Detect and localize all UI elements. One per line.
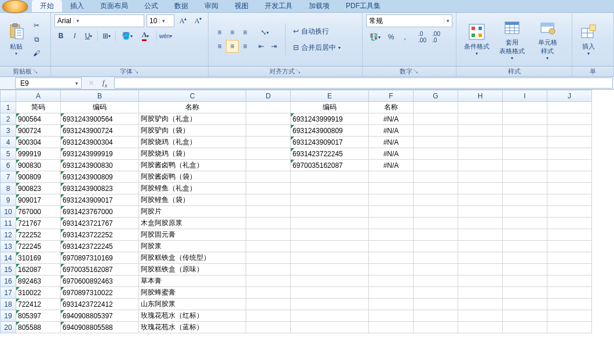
row-header[interactable]: 10 [1,206,16,218]
row-header[interactable]: 16 [1,275,16,287]
cell[interactable]: 6931243900823 [61,183,139,194]
tab-pdf[interactable]: PDF工具集 [338,0,389,12]
align-right-button[interactable]: ≡ [239,40,251,53]
cell[interactable] [458,310,503,322]
cell[interactable] [503,137,547,148]
select-all-corner[interactable] [1,90,16,102]
align-left-button[interactable]: ≡ [213,40,226,53]
cell[interactable] [246,229,291,241]
tab-data[interactable]: 数据 [166,0,196,12]
row-header[interactable]: 4 [1,137,16,148]
cell[interactable]: 6931423722412 [61,299,139,310]
cell[interactable]: 阿胶鲤鱼（礼盒） [139,183,246,194]
cell[interactable] [369,194,414,206]
cell[interactable] [503,171,547,183]
cell[interactable]: 6931243999919 [291,113,369,125]
cell[interactable] [547,171,592,183]
cell[interactable]: #N/A [369,125,414,137]
row-header[interactable]: 2 [1,113,16,125]
cell[interactable] [291,171,369,183]
tab-developer[interactable]: 开发工具 [257,0,301,12]
clipboard-launcher[interactable]: ↘ [32,68,38,75]
cell[interactable] [458,218,503,229]
cut-button[interactable]: ✂ [30,19,43,32]
fx-button[interactable]: fx [98,78,112,89]
cell[interactable] [414,206,458,218]
row-header[interactable]: 8 [1,183,16,194]
cell[interactable] [458,206,503,218]
cell[interactable] [246,194,291,206]
cell[interactable]: 阿胶烧鸡（袋） [139,148,246,160]
tab-addins[interactable]: 加载项 [301,0,338,12]
col-header-G[interactable]: G [414,90,458,102]
cell[interactable] [458,160,503,171]
cell[interactable]: 6931423722252 [61,229,139,241]
office-button[interactable] [2,0,28,13]
align-middle-button[interactable]: ≡ [226,26,239,39]
row-header[interactable]: 7 [1,171,16,183]
cell[interactable] [547,113,592,125]
cell[interactable] [503,264,547,275]
cell[interactable] [246,241,291,252]
cell[interactable]: 阿胶酱卤鸭（袋） [139,171,246,183]
cell[interactable]: 310169 [16,252,61,264]
cell[interactable] [369,310,414,322]
cell[interactable] [503,206,547,218]
cell[interactable] [246,160,291,171]
tab-insert[interactable]: 插入 [62,0,92,12]
tab-home[interactable]: 开始 [32,0,62,12]
indent-decrease-button[interactable]: ⇤ [255,40,268,53]
cell[interactable] [291,229,369,241]
cell[interactable]: 玫瑰花苞水（红标） [139,310,246,322]
cell[interactable] [414,183,458,194]
cell[interactable] [246,171,291,183]
indent-increase-button[interactable]: ⇥ [268,40,280,53]
cell[interactable]: 900809 [16,171,61,183]
cell[interactable] [414,287,458,299]
cell[interactable]: #N/A [369,148,414,160]
cell[interactable] [547,264,592,275]
cell[interactable]: 阿胶浆 [139,241,246,252]
insert-cells-button[interactable]: 插入▾ [576,19,601,60]
align-launcher[interactable]: ↘ [295,68,301,75]
row-header[interactable]: 11 [1,218,16,229]
row-header[interactable]: 13 [1,241,16,252]
cell[interactable] [291,310,369,322]
cell[interactable] [369,264,414,275]
cell[interactable] [291,241,369,252]
cell[interactable] [414,125,458,137]
cell[interactable] [547,125,592,137]
cell[interactable] [369,206,414,218]
cell[interactable] [246,299,291,310]
cell[interactable] [414,160,458,171]
cell[interactable]: 6970035162087 [291,160,369,171]
cell[interactable]: 999919 [16,148,61,160]
tab-page-layout[interactable]: 页面布局 [92,0,136,12]
cell[interactable]: 阿胶糕铁盒（传统型） [139,252,246,264]
cell[interactable]: 6931243999919 [61,148,139,160]
underline-button[interactable]: U▾ [82,30,95,42]
col-header-B[interactable]: B [61,90,139,102]
row-header[interactable]: 3 [1,125,16,137]
cell[interactable] [458,137,503,148]
cell[interactable] [246,275,291,287]
cell[interactable] [547,322,592,333]
grow-font-button[interactable]: A▴ [177,14,189,27]
cell[interactable] [414,148,458,160]
cell[interactable] [547,160,592,171]
cell[interactable] [369,229,414,241]
cell[interactable] [458,229,503,241]
cell[interactable] [246,125,291,137]
cell[interactable] [458,252,503,264]
cell[interactable] [246,218,291,229]
row-header[interactable]: 1 [1,102,16,113]
cell[interactable] [547,252,592,264]
cell[interactable] [246,113,291,125]
orientation-button[interactable]: ⤡▾ [255,26,275,39]
cell[interactable] [458,264,503,275]
cell[interactable] [291,252,369,264]
cell[interactable] [291,218,369,229]
percent-button[interactable]: % [385,31,397,43]
cell[interactable]: 阿胶固元膏 [139,229,246,241]
cell[interactable] [291,183,369,194]
